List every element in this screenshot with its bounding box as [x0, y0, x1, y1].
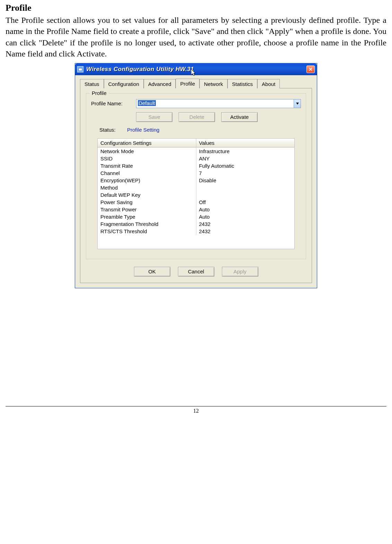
tab-panel: Profile Profile Name: Default Save Delet…: [80, 88, 312, 283]
table-row[interactable]: Transmit RateFully Automatic: [98, 162, 294, 169]
tab-status[interactable]: Status: [80, 79, 104, 88]
title-bar[interactable]: Wireless Configuration Utility HW.31 ✕: [75, 63, 317, 75]
profile-name-label: Profile Name:: [91, 100, 136, 106]
save-button[interactable]: Save: [136, 112, 172, 122]
ok-button[interactable]: OK: [134, 267, 170, 277]
profile-name-combo[interactable]: Default: [136, 99, 301, 108]
table-padding: [98, 235, 294, 249]
th-values[interactable]: Values: [196, 139, 295, 147]
table-row[interactable]: Default WEP Key: [98, 191, 294, 199]
table-row[interactable]: Fragmentation Threshold2432: [98, 220, 294, 228]
delete-button[interactable]: Delete: [179, 112, 215, 122]
table-row[interactable]: Transmit PowerAuto: [98, 206, 294, 213]
activate-button[interactable]: Activate: [221, 112, 258, 122]
combo-dropdown-button[interactable]: [294, 99, 301, 108]
table-row[interactable]: Encryption(WEP)Disable: [98, 177, 294, 184]
tab-network[interactable]: Network: [199, 79, 228, 88]
page-number: 12: [6, 408, 386, 414]
svg-rect-0: [79, 68, 82, 71]
dialog-buttons: OK Cancel Apply: [86, 265, 306, 277]
cancel-button[interactable]: Cancel: [178, 267, 214, 277]
fieldset-legend: Profile: [90, 90, 109, 96]
app-window: Wireless Configuration Utility HW.31 ✕ S…: [75, 63, 317, 288]
th-settings[interactable]: Configuration Settings: [98, 139, 196, 147]
profile-fieldset: Profile Profile Name: Default Save Delet…: [86, 93, 306, 259]
table-row[interactable]: Channel7: [98, 169, 294, 177]
status-row: Status: Profile Setting: [99, 127, 299, 133]
tab-profile[interactable]: Profile: [176, 79, 199, 88]
apply-button[interactable]: Apply: [222, 267, 258, 277]
tab-about[interactable]: About: [257, 79, 280, 88]
footer-divider: [6, 406, 386, 406]
table-header: Configuration Settings Values: [98, 139, 294, 148]
app-icon: [77, 66, 83, 72]
settings-table: Configuration Settings Values Network Mo…: [97, 138, 295, 249]
window-body: Status Configuration Advanced Profile Ne…: [75, 75, 317, 288]
close-button[interactable]: ✕: [306, 65, 315, 73]
status-value: Profile Setting: [127, 127, 159, 133]
table-row[interactable]: Power SavingOff: [98, 199, 294, 206]
profile-name-row: Profile Name: Default: [91, 99, 301, 108]
section-heading: Profile: [6, 3, 386, 13]
profile-action-row: Save Delete Activate: [91, 112, 301, 122]
table-row[interactable]: Method: [98, 184, 294, 191]
table-row[interactable]: SSIDANY: [98, 155, 294, 162]
tab-configuration[interactable]: Configuration: [104, 79, 144, 88]
tabs-row: Status Configuration Advanced Profile Ne…: [80, 79, 312, 88]
close-icon: ✕: [309, 67, 313, 72]
table-row[interactable]: Network ModeInfrastructure: [98, 148, 294, 155]
chevron-down-icon: [296, 103, 299, 105]
table-row[interactable]: Preamble TypeAuto: [98, 213, 294, 220]
tab-statistics[interactable]: Statistics: [228, 79, 257, 88]
table-row[interactable]: RTS/CTS Threshold2432: [98, 228, 294, 235]
cursor-icon: [191, 69, 197, 79]
profile-name-input[interactable]: Default: [136, 99, 294, 108]
status-label: Status:: [99, 127, 127, 133]
section-body: The Profile section allows you to set va…: [6, 15, 386, 60]
tab-advanced[interactable]: Advanced: [144, 79, 176, 88]
